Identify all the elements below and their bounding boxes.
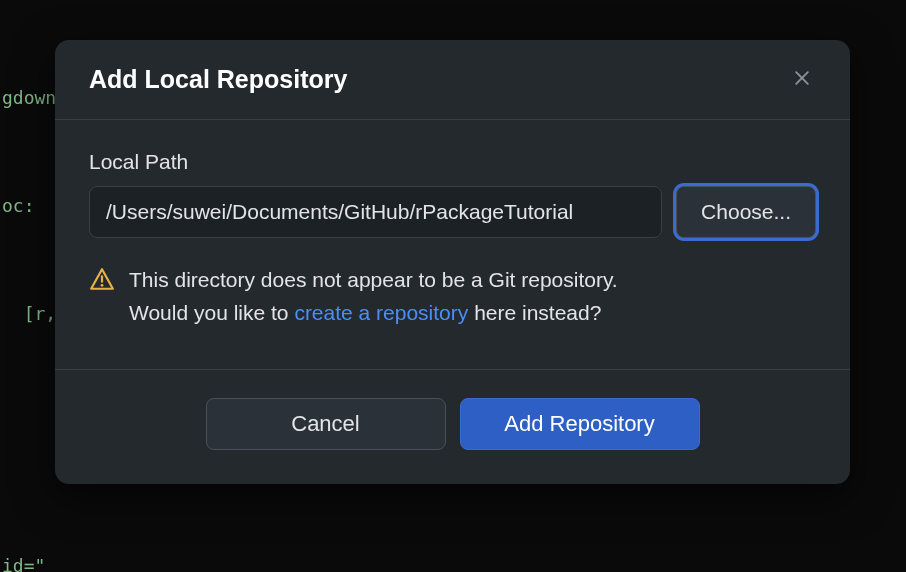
add-repository-button[interactable]: Add Repository — [460, 398, 700, 450]
warning-text: This directory does not appear to be a G… — [129, 264, 618, 329]
cancel-button[interactable]: Cancel — [206, 398, 446, 450]
choose-button[interactable]: Choose... — [676, 186, 816, 238]
local-path-label: Local Path — [89, 150, 816, 174]
close-icon — [792, 68, 812, 91]
create-repository-link[interactable]: create a repository — [294, 301, 468, 324]
local-path-row: Choose... — [89, 186, 816, 238]
close-button[interactable] — [788, 64, 816, 95]
warning-prefix: Would you like to — [129, 301, 294, 324]
warning-suffix: here instead? — [468, 301, 601, 324]
dialog-header: Add Local Repository — [55, 40, 850, 120]
dialog-body: Local Path Choose... This directory does… — [55, 120, 850, 369]
local-path-input[interactable] — [89, 186, 662, 238]
warning-icon — [89, 266, 115, 296]
svg-point-1 — [101, 284, 104, 287]
warning-message: This directory does not appear to be a G… — [89, 264, 816, 329]
dialog-title: Add Local Repository — [89, 65, 347, 94]
add-local-repository-dialog: Add Local Repository Local Path Choose..… — [55, 40, 850, 484]
warning-line-1: This directory does not appear to be a G… — [129, 268, 618, 291]
dialog-footer: Cancel Add Repository — [55, 369, 850, 484]
